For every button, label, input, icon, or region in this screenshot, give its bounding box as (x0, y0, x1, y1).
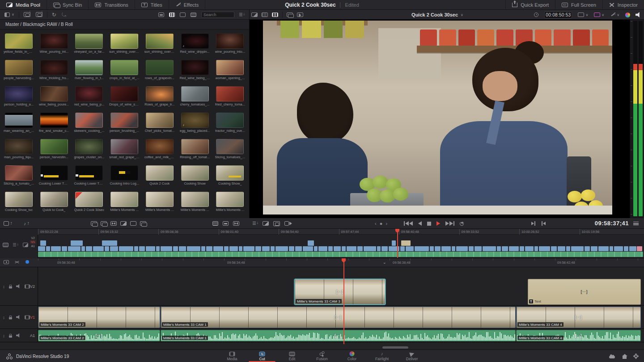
media-clip[interactable]: fire_and_smoke_c... (39, 113, 69, 133)
thumbnail-toggle-icon[interactable] (25, 315, 30, 319)
next-edit-icon[interactable] (531, 221, 535, 226)
media-clip-thumbnail[interactable] (110, 139, 138, 154)
sync-bin-button[interactable]: Sync Bin (47, 0, 89, 9)
overview-clip[interactable] (262, 246, 270, 251)
mute-icon[interactable] (16, 284, 21, 289)
media-clip-thumbnail[interactable] (146, 113, 174, 128)
media-clip[interactable]: Rows_of_grape_tr... (144, 86, 175, 106)
media-clip[interactable]: Rinsing_off_tomat... (180, 139, 210, 159)
timeline-film-view-icon[interactable] (233, 221, 239, 226)
overview-clip[interactable] (46, 246, 50, 251)
overview-clip[interactable] (303, 246, 313, 251)
viewer-stage[interactable] (250, 20, 630, 218)
quick-export-button[interactable]: Quick Export (505, 0, 555, 9)
overview-clip[interactable] (86, 246, 92, 251)
overview-clip[interactable] (161, 246, 172, 251)
media-clip-thumbnail[interactable] (216, 34, 244, 49)
preview-play-icon[interactable] (297, 13, 303, 17)
overview-clip[interactable] (456, 246, 468, 251)
media-clip[interactable]: cherry_tomatoes_... (180, 86, 210, 106)
lock-icon[interactable] (9, 335, 12, 337)
play-reverse-button[interactable] (418, 221, 422, 226)
media-clip[interactable]: skewers_cooking_... (74, 113, 104, 133)
stop-button[interactable] (427, 222, 431, 226)
overview-clip[interactable] (377, 246, 381, 251)
timeline-detail[interactable]: ⌄ 09:58:30;4809:58:34;4809:58:38;4809:58… (0, 258, 644, 349)
overview-clip[interactable] (134, 246, 138, 251)
insert-video-icon[interactable]: ⤴ (4, 221, 12, 226)
overview-clip[interactable] (610, 246, 613, 251)
track-select-icon[interactable]: ↕ (3, 284, 5, 289)
viewer-timeline-select[interactable]: Quick 2 Cook 30sec ∨ (411, 10, 463, 20)
media-clip[interactable]: fried_cherry_toma... (215, 86, 245, 106)
overview-clip[interactable] (551, 246, 557, 251)
media-clip-thumbnail[interactable] (5, 165, 33, 181)
media-clip-thumbnail[interactable] (75, 192, 103, 207)
media-clip[interactable]: tractor_riding_ove... (215, 113, 245, 133)
media-clip[interactable]: crops_in_field_at_... (109, 60, 140, 80)
media-clip-thumbnail[interactable] (5, 34, 33, 49)
media-clip-thumbnail[interactable] (146, 34, 174, 49)
media-clip-thumbnail[interactable] (75, 60, 103, 75)
timeline-clip[interactable]: [··]Millie's Moments 33 CAM 1 (161, 307, 516, 328)
media-clip-thumbnail[interactable] (181, 34, 209, 49)
overview-clip[interactable] (520, 246, 524, 251)
media-clip-thumbnail[interactable] (5, 192, 33, 207)
timeline-clip[interactable]: [··]Millie's Moments 33 CAM 4 (516, 330, 641, 341)
media-clip[interactable]: Drops_of_wine_sp... (109, 86, 140, 106)
media-clip-thumbnail[interactable] (40, 34, 68, 49)
media-clip[interactable]: rows_of_grapevin... (144, 60, 175, 80)
media-clip-thumbnail[interactable] (75, 139, 103, 154)
media-clip[interactable]: Slicing_tomatoes_... (215, 139, 245, 159)
smart-insert-icon[interactable] (91, 221, 97, 226)
overview-clip[interactable] (51, 246, 61, 251)
overview-clip[interactable] (213, 246, 223, 251)
media-clip[interactable]: Quick to Cook_ (39, 192, 69, 212)
list-view-icon[interactable] (191, 13, 196, 17)
match-frame-icon[interactable] (542, 221, 546, 226)
overview-clip[interactable] (110, 246, 118, 251)
media-clip-thumbnail[interactable] (146, 192, 174, 207)
tab-fusion[interactable]: Fusion (307, 350, 337, 362)
marker-icon[interactable] (25, 260, 29, 264)
unsync-clips-icon[interactable]: ⤿ (62, 12, 66, 18)
media-clip[interactable]: sun_shining_over_... (144, 34, 175, 54)
snapping-icon[interactable] (4, 260, 9, 264)
overview-clip[interactable] (38, 246, 45, 251)
overview-clip[interactable] (502, 246, 508, 251)
overview-clip[interactable] (105, 246, 109, 251)
media-clip-thumbnail[interactable] (110, 34, 138, 49)
full-screen-button[interactable]: Full Screen (555, 0, 602, 9)
media-clip-thumbnail[interactable] (40, 60, 68, 75)
overview-clip[interactable] (400, 246, 405, 251)
media-clip-thumbnail[interactable] (181, 113, 209, 128)
thumbnail-view-icon[interactable] (169, 13, 175, 17)
source-overwrite-icon[interactable] (140, 221, 146, 226)
overview-clip[interactable] (289, 246, 294, 251)
media-clip-thumbnail[interactable] (110, 113, 138, 128)
timeline-clip[interactable]: [··]Millie's Moments 33 CAM 4 (516, 307, 641, 328)
timeline-view-icon[interactable] (272, 13, 278, 17)
append-icon[interactable] (101, 221, 107, 226)
overview-clip[interactable] (328, 246, 333, 251)
multi-view-icon[interactable] (287, 13, 293, 17)
search-input[interactable] (201, 12, 234, 18)
media-clip-thumbnail[interactable] (146, 86, 174, 101)
thumbnail-toggle-icon[interactable] (25, 284, 30, 288)
overview-clip[interactable] (406, 246, 414, 251)
media-clip[interactable]: Wine_trickling_fro... (39, 60, 69, 80)
media-clip-thumbnail[interactable] (181, 60, 209, 75)
media-clip[interactable]: river_flowing_in_t... (74, 60, 104, 80)
media-clip-thumbnail[interactable] (5, 113, 33, 128)
overview-clip[interactable] (509, 246, 519, 251)
media-clip[interactable]: wine_pouring_into... (215, 34, 245, 54)
mute-icon[interactable] (16, 315, 21, 320)
insert-audio-icon[interactable]: ♪⤴ (24, 221, 29, 226)
overview-clip[interactable] (102, 240, 117, 246)
track-select-icon[interactable]: ↕ (3, 315, 5, 320)
ripple-overwrite-icon[interactable] (110, 221, 117, 226)
timeline-list-view-icon[interactable] (212, 221, 218, 226)
overview-clip[interactable] (255, 246, 261, 251)
media-clip-thumbnail[interactable] (181, 165, 209, 181)
media-clip[interactable]: person_holding_a... (4, 86, 34, 106)
